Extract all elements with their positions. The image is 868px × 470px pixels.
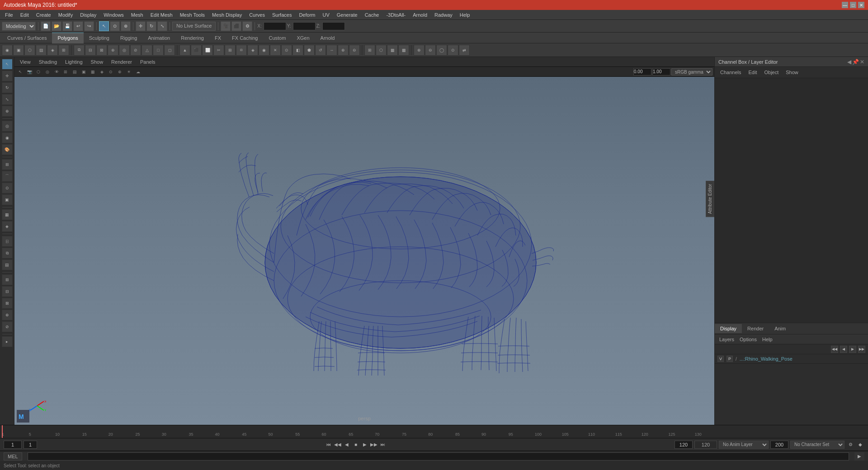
layer-next-btn[interactable]: ▶: [849, 346, 856, 353]
vp-view-menu[interactable]: View: [16, 59, 34, 65]
current-frame-input[interactable]: [4, 441, 22, 449]
menu-cache[interactable]: Cache: [362, 11, 382, 19]
tab-animation[interactable]: Animation: [142, 33, 175, 43]
soft-select[interactable]: ◎: [2, 121, 13, 132]
vp-show-icon[interactable]: 👁: [52, 68, 61, 76]
vp-cam-icon[interactable]: 📷: [25, 68, 33, 76]
display-layer[interactable]: ⧉: [2, 248, 13, 258]
poke-icon[interactable]: ⊙: [281, 45, 292, 56]
wedge-icon[interactable]: ◧: [292, 45, 303, 56]
scale-tool-left[interactable]: ⤡: [2, 94, 13, 105]
scale-button[interactable]: ⤡: [157, 21, 167, 31]
cmd-enter-btn[interactable]: ▶: [854, 452, 864, 461]
vp-hud-icon[interactable]: ▣: [80, 68, 88, 76]
layer-item[interactable]: V P / ...:Rhino_Walking_Pose: [715, 354, 868, 364]
layer-prev-btn[interactable]: ◀: [840, 346, 847, 353]
layer-back-btn[interactable]: ◀◀: [831, 346, 838, 353]
detach-icon[interactable]: ⊖: [349, 45, 360, 56]
menu-mesh-tools[interactable]: Mesh Tools: [177, 11, 208, 19]
sculpt-icon[interactable]: ◉: [2, 132, 13, 143]
minimize-button[interactable]: —: [842, 2, 848, 8]
anim-settings-btn[interactable]: ⚙: [846, 441, 854, 449]
extra-btn-4[interactable]: ⊕: [2, 310, 13, 320]
range-end-input[interactable]: [675, 441, 693, 449]
cut-faces-icon[interactable]: ✂: [213, 45, 224, 56]
snap-view[interactable]: ▣: [2, 194, 13, 205]
select-tool-left[interactable]: ↖: [2, 59, 13, 70]
close-button[interactable]: ✕: [858, 2, 864, 8]
vp-select-icon[interactable]: ↖: [16, 68, 24, 76]
render-region[interactable]: ▦: [2, 209, 13, 220]
loop-mode-icon[interactable]: ⊞: [58, 45, 69, 56]
character-set-selector[interactable]: No Character Set: [790, 441, 844, 449]
isolate-select[interactable]: ◈: [2, 221, 13, 232]
quadrangulate-icon[interactable]: □: [153, 45, 164, 56]
triangulate-icon[interactable]: △: [142, 45, 152, 56]
go-end-button[interactable]: ⏭: [379, 441, 387, 449]
channel-box-collapse[interactable]: ◀: [847, 59, 851, 65]
snap-curve[interactable]: ⌒: [2, 171, 13, 182]
render-button[interactable]: 🎥: [221, 21, 231, 31]
maximize-button[interactable]: □: [850, 2, 856, 8]
open-button[interactable]: 📂: [52, 21, 61, 31]
step-fwd-button[interactable]: ▶▶: [370, 441, 378, 449]
last-tool[interactable]: ▸: [2, 336, 13, 347]
extra-btn-5[interactable]: ⊘: [2, 321, 13, 332]
z-coord-input[interactable]: [322, 22, 345, 30]
tab-arnold[interactable]: Arnold: [315, 33, 340, 43]
vp-mode-icon[interactable]: ◈: [98, 68, 106, 76]
gamma-selector[interactable]: sRGB gamma: [671, 68, 712, 75]
menu-modify[interactable]: Modify: [55, 11, 76, 19]
offset-edge-icon[interactable]: ⧈: [236, 45, 247, 56]
layer-name[interactable]: ...:Rhino_Walking_Pose: [740, 356, 865, 362]
layer-edit-icon[interactable]: /: [736, 357, 737, 362]
command-input[interactable]: [28, 452, 849, 461]
stop-button[interactable]: ■: [352, 441, 360, 449]
vertex-mode-icon[interactable]: ⬡: [24, 45, 35, 56]
paint-button[interactable]: ⊕: [121, 21, 131, 31]
vp-show-menu[interactable]: Show: [87, 59, 107, 65]
shrink-sel-icon[interactable]: ⊖: [425, 45, 436, 56]
vp-frame-icon[interactable]: ⊞: [61, 68, 70, 76]
uv-editor-icon[interactable]: ⊞: [364, 45, 375, 56]
select-tool-button[interactable]: ↖: [99, 21, 109, 31]
anim-layer-selector[interactable]: No Anim Layer: [719, 441, 769, 449]
menu-uv[interactable]: UV: [319, 11, 332, 19]
separate-icon[interactable]: ⊟: [85, 45, 96, 56]
menu-mesh[interactable]: Mesh: [128, 11, 146, 19]
sel-ring-icon[interactable]: ⊙: [448, 45, 458, 56]
ipr-button[interactable]: ⬛: [231, 21, 241, 31]
menu-radway[interactable]: Radway: [431, 11, 456, 19]
menu-edit-mesh[interactable]: Edit Mesh: [147, 11, 176, 19]
menu-create[interactable]: Create: [33, 11, 54, 19]
display-tab[interactable]: Display: [715, 324, 742, 333]
save-button[interactable]: 💾: [62, 21, 72, 31]
attribute-editor-tab[interactable]: Attribute Editor: [706, 181, 714, 217]
menu-help[interactable]: Help: [457, 11, 473, 19]
go-start-button[interactable]: ⏮: [325, 441, 333, 449]
menu-curves[interactable]: Curves: [246, 11, 268, 19]
play-fwd-button[interactable]: ▶: [361, 441, 369, 449]
insert-edge-icon[interactable]: ⊞: [225, 45, 236, 56]
y-coord-input[interactable]: [293, 22, 316, 30]
vp-shading-menu[interactable]: Shading: [35, 59, 61, 65]
collapse-icon[interactable]: ◈: [247, 45, 258, 56]
flip-icon[interactable]: ↔: [326, 45, 337, 56]
vp-wire-icon[interactable]: ⬡: [34, 68, 42, 76]
rotate-tool-left[interactable]: ↻: [2, 82, 13, 93]
menu-deform[interactable]: Deform: [296, 11, 318, 19]
play-back-button[interactable]: ◀: [343, 441, 351, 449]
help-menu-item[interactable]: Help: [760, 336, 774, 343]
vp-xray-icon[interactable]: ⊙: [107, 68, 115, 76]
bridge-icon[interactable]: ⬛: [191, 45, 202, 56]
anim-tab[interactable]: Anim: [769, 324, 791, 333]
lasso-button[interactable]: ⊙: [110, 21, 120, 31]
quick-layout[interactable]: ▤: [2, 259, 13, 270]
menu-generate[interactable]: Generate: [334, 11, 361, 19]
extra-btn-2[interactable]: ⊟: [2, 286, 13, 297]
average-icon[interactable]: ⊘: [130, 45, 141, 56]
tab-rigging[interactable]: Rigging: [115, 33, 142, 43]
smooth-icon[interactable]: ◎: [119, 45, 130, 56]
uv-mode-icon[interactable]: ◈: [47, 45, 58, 56]
tab-rendering[interactable]: Rendering: [175, 33, 209, 43]
